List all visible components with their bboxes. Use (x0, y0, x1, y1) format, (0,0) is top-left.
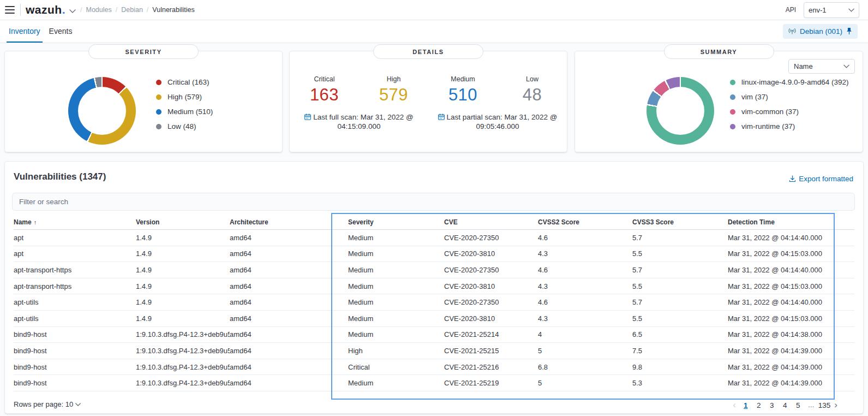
legend-item[interactable]: vim-common (37) (730, 104, 849, 119)
table-row[interactable]: apt-transport-https1.4.9amd64MediumCVE-2… (14, 262, 854, 278)
tab-events[interactable]: Events (47, 20, 75, 43)
legend-item[interactable]: Medium (510) (156, 104, 213, 119)
legend-color-dot (156, 109, 161, 115)
legend-color-dot (156, 124, 161, 129)
table-cell: 1.4.9 (136, 294, 230, 311)
table-row[interactable]: bind9-host1:9.10.3.dfsg.P4-12.3+deb9u5am… (14, 359, 854, 375)
agent-badge[interactable]: Debian (001) (783, 24, 858, 39)
pin-icon[interactable] (846, 27, 853, 35)
table-cell: Critical (348, 359, 444, 375)
pagination-page-5[interactable]: 5 (792, 400, 804, 411)
legend-item[interactable]: vim (37) (730, 90, 849, 104)
environment-select-value: env-1 (809, 6, 827, 14)
table-cell: Mar 31, 2022 @ 04:14:38.000 (728, 326, 854, 343)
scan-info: Last full scan: Mar 31, 2022 @ 04:15:09.… (290, 112, 567, 131)
table-cell: Mar 31, 2022 @ 04:14:40.000 (728, 262, 854, 278)
table-cell: 1.4.9 (136, 246, 230, 262)
summary-legend: linux-image-4.9.0-9-amd64 (392)vim (37)v… (730, 75, 849, 134)
column-header-cve[interactable]: CVE (444, 215, 538, 230)
pagination-page-135[interactable]: 135 (818, 400, 831, 411)
menu-icon[interactable] (5, 6, 15, 14)
table-cell: Medium (348, 246, 444, 262)
legend-item[interactable]: linux-image-4.9.0-9-amd64 (392) (730, 75, 849, 90)
column-header-label: Architecture (230, 218, 268, 226)
column-header-version[interactable]: Version (136, 215, 230, 230)
table-row[interactable]: apt-transport-https1.4.9amd64MediumCVE-2… (14, 278, 854, 294)
table-row[interactable]: bind9-host1:9.10.3.dfsg.P4-12.3+deb9u5am… (14, 326, 854, 343)
summary-donut-chart[interactable] (646, 77, 714, 145)
column-header-architecture[interactable]: Architecture (230, 215, 348, 230)
summary-sort-select[interactable]: Name (788, 59, 855, 74)
wazuh-logo[interactable]: wazuh. (26, 3, 65, 16)
table-cell: CVE-2020-27350 (444, 294, 538, 311)
legend-item[interactable]: Low (48) (156, 119, 213, 134)
summary-panel-title: SUMMARY (664, 44, 774, 59)
last-full-scan: Last full scan: Mar 31, 2022 @ 04:15:09.… (296, 112, 422, 131)
legend-label: vim-runtime (37) (741, 122, 795, 130)
table-row[interactable]: apt1.4.9amd64MediumCVE-2020-38104.35.5Ma… (14, 246, 854, 262)
summary-panel: SUMMARY Name linux-image-4.9.0-9-amd64 (… (574, 51, 863, 152)
search-input[interactable] (12, 193, 855, 211)
table-cell: amd64 (230, 230, 348, 246)
pagination-next-button[interactable]: › (831, 400, 840, 411)
table-row[interactable]: apt-utils1.4.9amd64MediumCVE-2020-38104.… (14, 310, 854, 326)
breadcrumb-modules[interactable]: Modules (86, 6, 112, 14)
rows-per-page-select[interactable]: Rows per page: 10 (14, 400, 81, 408)
pagination-page-3[interactable]: 3 (766, 400, 778, 411)
table-cell: 1.4.9 (136, 230, 230, 246)
summary-sort-select-value: Name (794, 62, 813, 70)
table-cell: apt-transport-https (14, 278, 136, 294)
table-cell: CVE-2021-25219 (444, 375, 538, 391)
breadcrumb-debian[interactable]: Debian (121, 6, 143, 14)
pagination-page-1[interactable]: 1 (740, 400, 752, 411)
table-cell: 1:9.10.3.dfsg.P4-12.3+deb9u5 (136, 343, 230, 359)
breadcrumb-vulnerabilities: Vulnerabilities (152, 6, 194, 14)
stat-label: High (359, 75, 428, 83)
table-cell: bind9-host (14, 326, 136, 343)
legend-label: Medium (510) (167, 108, 213, 116)
table-cell: amd64 (230, 262, 348, 278)
severity-stat-low: Low48 (498, 75, 567, 105)
pagination-previous-button[interactable]: ‹ (730, 400, 739, 411)
table-cell: amd64 (230, 246, 348, 262)
legend-item[interactable]: Critical (163) (156, 75, 213, 90)
logo-dot: . (62, 3, 65, 16)
export-formatted-button[interactable]: Export formatted (789, 175, 853, 183)
column-header-severity[interactable]: Severity (348, 215, 444, 230)
severity-panel-title: SEVERITY (88, 44, 199, 59)
column-header-cvss3-score[interactable]: CVSS3 Score (632, 215, 728, 230)
column-header-label: Severity (348, 218, 374, 226)
export-formatted-label: Export formatted (799, 175, 853, 183)
stat-value: 163 (290, 85, 359, 105)
pagination: ‹12345…135› (730, 400, 840, 411)
table-cell: 4.3 (538, 310, 632, 326)
table-row[interactable]: apt1.4.9amd64MediumCVE-2020-273504.65.7M… (14, 230, 854, 246)
table-cell: CVE-2021-25215 (444, 343, 538, 359)
legend-label: vim (37) (741, 93, 768, 101)
agent-badge-label: Debian (001) (800, 27, 842, 35)
column-header-name[interactable]: Name↑ (14, 215, 136, 230)
table-cell: Medium (348, 375, 444, 391)
legend-color-dot (156, 80, 161, 85)
breadcrumb-separator: / (147, 6, 148, 14)
pagination-page-4[interactable]: 4 (779, 400, 791, 411)
legend-item[interactable]: vim-runtime (37) (730, 119, 849, 134)
table-row[interactable]: apt-utils1.4.9amd64MediumCVE-2020-273504… (14, 294, 854, 311)
environment-select[interactable]: env-1 (804, 2, 859, 18)
table-cell: 4.6 (538, 294, 632, 311)
severity-donut-chart[interactable] (68, 77, 136, 145)
table-row[interactable]: bind9-host1:9.10.3.dfsg.P4-12.3+deb9u5am… (14, 343, 854, 359)
table-cell: Medium (348, 230, 444, 246)
legend-label: vim-common (37) (741, 108, 799, 116)
column-header-cvss2-score[interactable]: CVSS2 Score (538, 215, 632, 230)
column-header-detection-time[interactable]: Detection Time (728, 215, 854, 230)
agent-broadcast-icon (788, 27, 797, 35)
calendar-icon (304, 114, 311, 120)
details-panel-title: DETAILS (373, 44, 483, 59)
table-row[interactable]: bind9-host1:9.10.3.dfsg.P4-12.3+deb9u5am… (14, 375, 854, 391)
legend-item[interactable]: High (579) (156, 90, 213, 104)
stat-label: Low (498, 75, 567, 83)
pagination-page-2[interactable]: 2 (753, 400, 765, 411)
chevron-down-icon[interactable] (69, 9, 76, 13)
tab-inventory[interactable]: Inventory (7, 20, 43, 43)
